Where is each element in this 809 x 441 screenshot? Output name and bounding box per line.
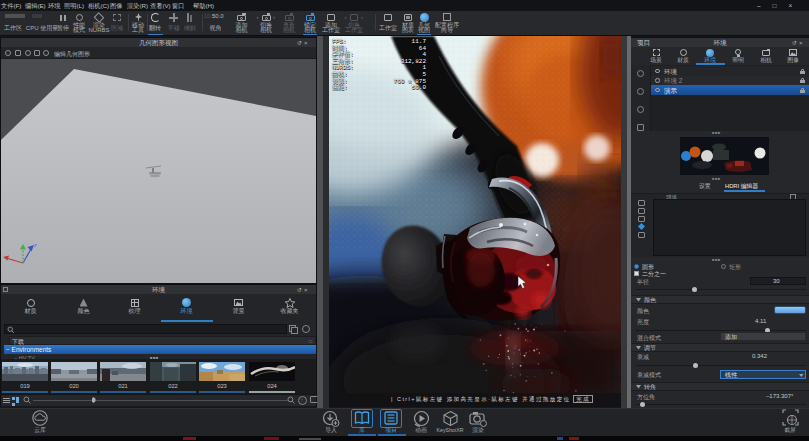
svg-text:z: z [33, 242, 37, 248]
